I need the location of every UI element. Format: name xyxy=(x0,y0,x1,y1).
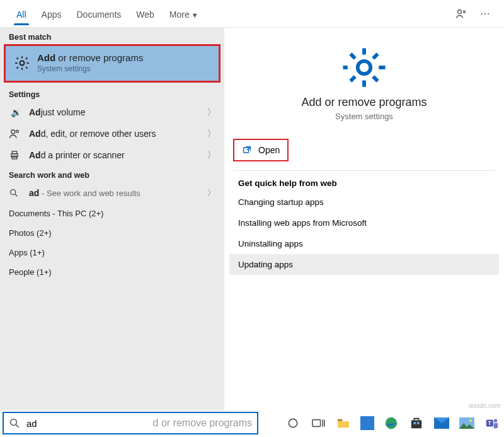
chevron-right-icon: 〉 xyxy=(207,187,215,199)
svg-point-3 xyxy=(16,130,19,132)
open-label: Open xyxy=(258,145,280,155)
chevron-right-icon: 〉 xyxy=(207,107,215,118)
teams-icon[interactable]: T xyxy=(484,415,500,431)
preview-panel: Add or remove programs System settings O… xyxy=(224,28,504,411)
edge-icon[interactable] xyxy=(383,415,399,431)
svg-point-8 xyxy=(358,61,370,74)
svg-rect-9 xyxy=(244,148,249,153)
help-link-install[interactable]: Installing web apps from Microsoft xyxy=(229,213,499,233)
tab-all[interactable]: All xyxy=(9,3,34,25)
more-options-icon[interactable]: ⋯ xyxy=(475,8,495,20)
result-apps-count[interactable]: Apps (1+) xyxy=(0,243,224,262)
svg-rect-15 xyxy=(411,420,421,428)
svg-rect-6 xyxy=(12,156,17,160)
preview-title: Add or remove programs xyxy=(229,96,499,109)
results-panel: Best match Add or remove programs System… xyxy=(0,28,224,411)
help-link-startup[interactable]: Changing startup apps xyxy=(229,192,499,213)
best-match-title: Add or remove programs xyxy=(37,52,143,63)
svg-point-10 xyxy=(11,419,17,426)
svg-rect-12 xyxy=(312,420,321,427)
tab-web[interactable]: Web xyxy=(129,3,162,25)
svg-rect-17 xyxy=(417,422,420,424)
mail-icon[interactable] xyxy=(433,415,450,431)
chevron-down-icon: ▼ xyxy=(192,11,198,19)
result-people-count[interactable]: People (1+) xyxy=(0,262,224,282)
svg-point-1 xyxy=(20,61,25,65)
best-match-subtitle: System settings xyxy=(37,64,143,73)
tab-apps[interactable]: Apps xyxy=(34,3,69,25)
svg-point-0 xyxy=(458,9,462,13)
tab-documents[interactable]: Documents xyxy=(69,3,129,25)
store-icon[interactable] xyxy=(408,415,425,431)
svg-point-7 xyxy=(11,190,16,195)
open-icon xyxy=(242,145,252,155)
help-link-update[interactable]: Updating apps xyxy=(229,254,499,275)
result-photos-count[interactable]: Photos (2+) xyxy=(0,223,224,243)
volume-icon: 🔉 xyxy=(9,107,23,117)
feedback-icon[interactable] xyxy=(455,8,475,20)
search-input[interactable] xyxy=(25,417,154,429)
user-icon xyxy=(9,128,23,139)
result-add-users[interactable]: Add, edit, or remove other users 〉 xyxy=(0,123,224,144)
taskbar: T xyxy=(285,412,500,434)
file-explorer-icon[interactable] xyxy=(335,415,352,431)
section-search-web: Search work and web xyxy=(0,166,224,182)
app-icon[interactable] xyxy=(360,416,374,430)
best-match-result[interactable]: Add or remove programs System settings xyxy=(4,44,220,83)
svg-point-11 xyxy=(289,419,297,427)
gear-icon xyxy=(229,45,499,90)
preview-subtitle: System settings xyxy=(229,112,499,121)
help-link-uninstall[interactable]: Uninstalling apps xyxy=(229,233,499,254)
section-best-match: Best match xyxy=(0,28,224,44)
search-filter-tabs: All Apps Documents Web More▼ ⋯ xyxy=(0,0,504,28)
svg-rect-16 xyxy=(413,422,416,424)
watermark: wsxdn.com xyxy=(469,402,500,409)
result-adjust-volume[interactable]: 🔉 Adjust volume 〉 xyxy=(0,102,224,123)
svg-rect-5 xyxy=(12,151,17,154)
open-button[interactable]: Open xyxy=(233,139,289,161)
photos-icon[interactable] xyxy=(459,415,475,431)
search-icon xyxy=(9,188,23,198)
result-web-search[interactable]: ad - See work and web results 〉 xyxy=(0,182,224,204)
svg-point-20 xyxy=(469,419,472,422)
section-settings: Settings xyxy=(0,85,224,102)
search-input-container[interactable]: d or remove programs xyxy=(3,412,258,434)
search-icon xyxy=(9,417,20,429)
svg-point-2 xyxy=(11,130,15,134)
cortana-icon[interactable] xyxy=(285,415,301,431)
svg-rect-13 xyxy=(338,419,342,421)
result-add-printer[interactable]: Add a printer or scanner 〉 xyxy=(0,144,224,166)
printer-icon xyxy=(9,149,23,161)
gear-icon xyxy=(13,54,31,72)
tab-more[interactable]: More▼ xyxy=(162,3,206,25)
help-section-title: Get quick help from web xyxy=(229,175,499,192)
task-view-icon[interactable] xyxy=(310,415,326,431)
search-ghost-text: d or remove programs xyxy=(153,417,252,429)
svg-point-23 xyxy=(494,419,498,423)
svg-text:T: T xyxy=(488,421,491,426)
result-documents-count[interactable]: Documents - This PC (2+) xyxy=(0,204,224,223)
chevron-right-icon: 〉 xyxy=(207,128,215,139)
chevron-right-icon: 〉 xyxy=(207,149,215,161)
